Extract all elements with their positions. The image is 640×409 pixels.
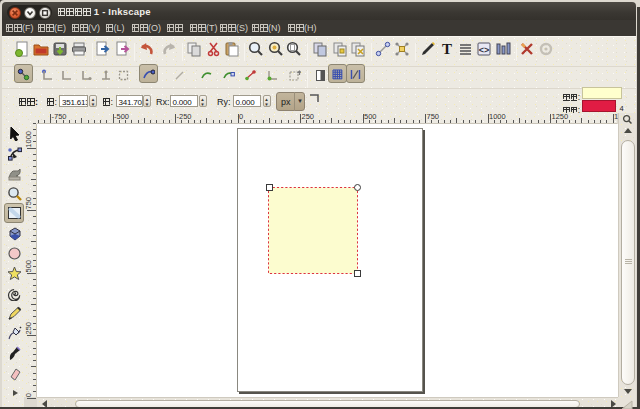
svg-text:<>: <> — [479, 45, 490, 55]
svg-text:T: T — [442, 41, 452, 57]
